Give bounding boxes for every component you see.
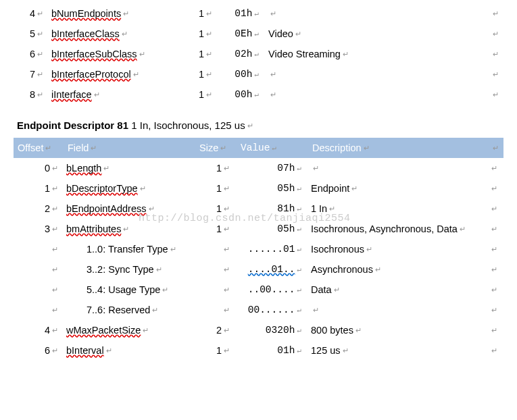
return-glyph: ↵	[247, 122, 253, 130]
table-row: ↵5..4: Usage Type↵↵..00....↵Data↵↵	[14, 280, 503, 300]
return-glyph: ↵	[460, 225, 466, 234]
cell-size: 2↵	[195, 320, 237, 340]
return-glyph: ↵	[224, 225, 230, 234]
return-glyph: ↵	[103, 164, 109, 173]
cell-offset: 4↵	[14, 320, 64, 340]
return-glyph: ↵	[206, 50, 212, 59]
return-glyph: ↵	[313, 164, 319, 173]
return-glyph: ↵	[162, 286, 168, 294]
cell-end: ↵	[487, 199, 503, 219]
return-glyph: ↵	[106, 346, 112, 355]
table-row: ↵7..6: Reserved↵↵00......↵↵↵	[14, 300, 503, 320]
cell-description: 125 us↵	[308, 340, 487, 361]
return-glyph: ↵	[270, 90, 276, 99]
cell-offset: 8↵	[14, 84, 49, 105]
return-glyph: ↵	[152, 306, 158, 315]
return-glyph: ↵	[366, 245, 372, 254]
return-glyph: ↵	[491, 326, 497, 335]
cell-field: bEndpointAddress↵	[64, 199, 195, 219]
cell-description: Data↵	[308, 280, 487, 300]
return-glyph: ↵	[140, 184, 146, 193]
cell-offset: 6↵	[14, 340, 64, 361]
return-glyph: ↵	[254, 9, 259, 18]
return-glyph: ↵	[491, 306, 497, 315]
return-glyph: ↵	[491, 164, 497, 173]
return-glyph: ↵	[52, 286, 58, 294]
cell-offset: 4↵	[14, 3, 49, 24]
return-glyph: ↵	[149, 205, 155, 213]
return-glyph: ↵	[94, 90, 100, 99]
cell-offset: ↵	[14, 300, 64, 320]
cell-value: 01h↵	[237, 340, 308, 361]
cell-end: ↵	[488, 24, 503, 44]
return-glyph: ↵	[329, 205, 335, 213]
cell-field: 1..0: Transfer Type↵	[64, 239, 195, 259]
return-glyph: ↵	[224, 286, 230, 294]
table-row: 7↵bInterfaceProtocol↵1↵00h↵↵↵	[14, 64, 503, 84]
return-glyph: ↵	[37, 50, 43, 59]
return-glyph: ↵	[351, 184, 358, 193]
cell-field: 7..6: Reserved↵	[64, 300, 195, 320]
return-glyph: ↵	[270, 9, 276, 18]
cell-size: 1↵	[195, 158, 237, 178]
return-glyph: ↵	[133, 70, 139, 79]
cell-value: ....01..↵	[237, 259, 308, 280]
return-glyph: ↵	[206, 90, 212, 99]
cell-end: ↵	[488, 44, 503, 64]
cell-end: ↵	[487, 219, 503, 239]
return-glyph: ↵	[37, 90, 43, 99]
header-field: Field↵	[64, 138, 195, 158]
cell-size: ↵	[195, 259, 237, 280]
table-row: 8↵iInterface↵1↵00h↵↵↵	[14, 84, 503, 105]
cell-field: 5..4: Usage Type↵	[64, 280, 195, 300]
return-glyph: ↵	[493, 90, 499, 99]
cell-offset: 3↵	[14, 219, 64, 239]
cell-offset: 6↵	[14, 44, 49, 64]
return-glyph: ↵	[491, 184, 497, 193]
table-row: 1↵bDescriptorType↵1↵05h↵Endpoint↵↵	[14, 178, 503, 199]
return-glyph: ↵	[52, 346, 58, 355]
cell-offset: ↵	[14, 259, 64, 280]
table-row: ↵3..2: Sync Type↵↵....01..↵Asynchronous↵…	[14, 259, 503, 280]
cell-offset: ↵	[14, 280, 64, 300]
return-glyph: ↵	[170, 245, 176, 254]
cell-end: ↵	[487, 158, 503, 178]
return-glyph: ↵	[224, 205, 230, 213]
cell-value: 0Eh↵	[219, 24, 266, 44]
return-glyph: ↵	[37, 70, 43, 79]
cell-size: 1↵	[182, 64, 219, 84]
return-glyph: ↵	[297, 204, 301, 213]
cell-size: 1↵	[182, 84, 219, 105]
return-glyph: ↵	[297, 244, 301, 253]
cell-field: bLength↵	[64, 158, 195, 178]
cell-field: iInterface↵	[49, 84, 182, 105]
header-end: ↵	[487, 138, 503, 158]
cell-value: 05h↵	[237, 178, 308, 199]
section-heading: Endpoint Descriptor 81 1 In, Isochronous…	[17, 120, 503, 131]
return-glyph: ↵	[254, 29, 259, 38]
cell-field: bmAttributes↵	[64, 219, 195, 239]
return-glyph: ↵	[297, 163, 301, 172]
return-glyph: ↵	[295, 30, 301, 38]
cell-value: 00h↵	[219, 64, 266, 84]
cell-size: 1↵	[195, 178, 237, 199]
cell-field: wMaxPacketSize↵	[64, 320, 195, 340]
endpoint-table: Offset↵ Field↵ Size↵ Value↵ Description↵…	[14, 138, 503, 361]
cell-description: Isochronous↵	[308, 239, 487, 259]
return-glyph: ↵	[493, 50, 499, 59]
cell-field: bInterval↵	[64, 340, 195, 361]
return-glyph: ↵	[297, 346, 301, 355]
cell-field: bNumEndpoints↵	[49, 3, 182, 24]
return-glyph: ↵	[139, 50, 145, 59]
header-value: Value↵	[237, 138, 308, 158]
cell-description: Video↵	[266, 24, 488, 44]
cell-end: ↵	[488, 84, 503, 105]
return-glyph: ↵	[224, 265, 230, 274]
return-glyph: ↵	[355, 326, 362, 335]
return-glyph: ↵	[123, 9, 129, 18]
cell-value: 0320h↵	[237, 320, 308, 340]
table-row: 6↵bInterfaceSubClass↵1↵02h↵Video Streami…	[14, 44, 503, 64]
cell-description: ↵	[308, 158, 487, 178]
cell-description: Video Streaming↵	[266, 44, 488, 64]
cell-value: 81h↵	[237, 199, 308, 219]
